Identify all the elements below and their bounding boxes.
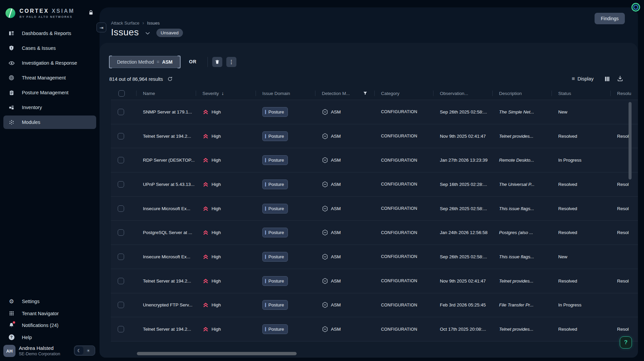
- help-button[interactable]: ?: [620, 336, 632, 349]
- cell-description: Telnet provides...: [492, 134, 552, 139]
- cell-observation: Nov 9th 2025 02:41:47: [433, 134, 492, 139]
- sidebar-item-inventory[interactable]: Inventory: [3, 101, 96, 114]
- collapse-panel-button[interactable]: ⇥: [97, 23, 106, 32]
- sidebar-item-investigation[interactable]: Investigation & Response: [3, 56, 96, 70]
- severity-high-icon: [202, 229, 209, 236]
- target-icon: [8, 75, 15, 81]
- severity-high-icon: [202, 326, 209, 332]
- user-row[interactable]: AH Andrea Halsted SE-Demo Corporation ☾ …: [3, 344, 96, 358]
- row-checkbox[interactable]: [118, 229, 124, 236]
- bell-icon: [8, 322, 15, 328]
- filter-chip[interactable]: Detection Method = ASM: [109, 56, 180, 68]
- cell-description: The Universal P...: [492, 182, 552, 187]
- table-row[interactable]: UPnP Server at 5.43.13... High Posture A…: [111, 172, 638, 196]
- column-header-status[interactable]: Status: [552, 87, 610, 100]
- cell-description: Remote Deskto...: [492, 158, 552, 163]
- column-header-resolution[interactable]: Resolu: [610, 87, 638, 100]
- cell-category: CONFIGURATION: [374, 158, 433, 163]
- detection-label: ASM: [331, 158, 341, 163]
- sidebar-item-threat[interactable]: Threat Management: [3, 71, 96, 85]
- asm-hexagon-icon: [322, 181, 328, 188]
- column-header-category[interactable]: Category: [374, 87, 433, 100]
- table-row[interactable]: Telnet Server at 194.2... High Posture A…: [111, 317, 638, 341]
- table-row[interactable]: Telnet Server at 194.2... High Posture A…: [111, 124, 638, 148]
- severity-label: High: [212, 158, 221, 163]
- select-all-checkbox[interactable]: [118, 90, 125, 97]
- sidebar-item-label: Cases & Issues: [22, 45, 56, 51]
- filter-funnel-icon[interactable]: [363, 91, 368, 96]
- cell-observation: Sep 26th 2025 02:58:...: [433, 206, 492, 211]
- sidebar-item-settings[interactable]: ⚙ Settings: [3, 296, 96, 307]
- light-mode-sun-icon[interactable]: ☀: [84, 347, 92, 355]
- cell-status: Resolved: [552, 134, 610, 139]
- asm-hexagon-icon: [322, 133, 328, 139]
- breadcrumb-issues[interactable]: Issues: [147, 21, 160, 26]
- chevron-down-icon[interactable]: [144, 30, 151, 37]
- breadcrumb-attack-surface[interactable]: Attack Surface: [111, 21, 140, 26]
- filter-operator: =: [157, 59, 159, 65]
- shield-exclamation-icon: [8, 45, 15, 51]
- delete-filter-button[interactable]: [212, 57, 222, 67]
- table-row[interactable]: SNMP Server at 179.1... High Posture ASM…: [111, 100, 638, 124]
- avatar[interactable]: AH: [3, 345, 15, 357]
- row-checkbox[interactable]: [118, 326, 124, 332]
- theme-toggle[interactable]: ☾ ☀: [74, 346, 95, 356]
- cell-resolution: Resol: [610, 182, 638, 187]
- sidebar: CORTEX XSIAM BY PALO ALTO NETWORKS Dashb…: [0, 0, 100, 361]
- column-header-severity[interactable]: Severity↓: [196, 87, 256, 100]
- issue-domain-badge: Posture: [262, 276, 288, 286]
- row-checkbox[interactable]: [118, 109, 124, 115]
- row-checkbox[interactable]: [118, 157, 124, 163]
- sidebar-item-modules[interactable]: Modules: [3, 116, 96, 129]
- cell-category: CONFIGURATION: [374, 134, 433, 138]
- manage-columns-button[interactable]: [604, 76, 610, 82]
- cell-description: Postgres (also ...: [492, 230, 552, 235]
- sidebar-item-tenant-navigator[interactable]: Tenant Navigator: [3, 308, 96, 319]
- severity-high-icon: [202, 157, 209, 163]
- row-checkbox[interactable]: [118, 181, 124, 188]
- severity-label: High: [212, 302, 221, 307]
- cell-status: In Progress: [552, 158, 610, 163]
- cell-category: CONFIGURATION: [374, 278, 433, 283]
- table-row[interactable]: PostgreSQL Server at ... High Posture AS…: [111, 220, 638, 244]
- severity-high-icon: [202, 278, 209, 284]
- refresh-icon[interactable]: [167, 76, 173, 82]
- column-header-observation[interactable]: Observation...: [433, 87, 492, 100]
- table-row[interactable]: Unencrypted FTP Serv... High Posture ASM…: [111, 293, 638, 317]
- severity-high-icon: [202, 181, 209, 188]
- findings-button[interactable]: Findings: [595, 13, 625, 24]
- main-panel: Attack Surface › Issues ⇥ Issues Unsaved…: [100, 7, 638, 358]
- export-button[interactable]: [617, 75, 623, 82]
- column-header-detection-method[interactable]: Detection M...: [315, 87, 374, 100]
- session-rings-icon[interactable]: [631, 3, 640, 12]
- table-row[interactable]: Telnet Server at 194.2... High Posture A…: [111, 269, 638, 293]
- horizontal-scrollbar-thumb[interactable]: [137, 352, 297, 355]
- row-checkbox[interactable]: [118, 133, 124, 139]
- sidebar-item-label: Modules: [22, 120, 40, 125]
- cell-status: New: [552, 109, 610, 114]
- filter-value: ASM: [162, 59, 173, 65]
- dark-mode-moon-icon[interactable]: ☾: [75, 347, 83, 355]
- table-row[interactable]: RDP Server (DESKTOP... High Posture ASM …: [111, 148, 638, 172]
- display-label: Display: [577, 76, 594, 81]
- filter-more-options-button[interactable]: ⋮: [226, 57, 236, 67]
- table-row[interactable]: Insecure Microsoft Ex... High Posture AS…: [111, 196, 638, 221]
- row-checkbox[interactable]: [118, 254, 124, 260]
- column-header-issue-domain[interactable]: Issue Domain: [256, 87, 315, 100]
- sidebar-item-notifications[interactable]: Notifications (24): [3, 320, 96, 331]
- table-body: SNMP Server at 179.1... High Posture ASM…: [111, 100, 638, 341]
- cell-description: File Transfer Pr...: [492, 302, 552, 307]
- column-header-name[interactable]: Name: [136, 87, 196, 100]
- cell-observation: Sep 16th 2025 02:28:...: [433, 182, 492, 187]
- sidebar-item-dashboards[interactable]: Dashboards & Reports: [3, 27, 96, 40]
- sidebar-item-help[interactable]: ? Help: [3, 332, 96, 343]
- table-row[interactable]: Insecure Microsoft Ex... High Posture AS…: [111, 244, 638, 269]
- vertical-scrollbar-thumb[interactable]: [629, 102, 632, 179]
- row-checkbox[interactable]: [118, 302, 124, 308]
- sidebar-item-posture[interactable]: Posture Management: [3, 86, 96, 99]
- display-button[interactable]: ≡ Display: [572, 76, 594, 82]
- column-header-description[interactable]: Description: [492, 87, 552, 100]
- row-checkbox[interactable]: [118, 205, 124, 212]
- sidebar-item-cases[interactable]: Cases & Issues: [3, 41, 96, 55]
- row-checkbox[interactable]: [118, 278, 124, 284]
